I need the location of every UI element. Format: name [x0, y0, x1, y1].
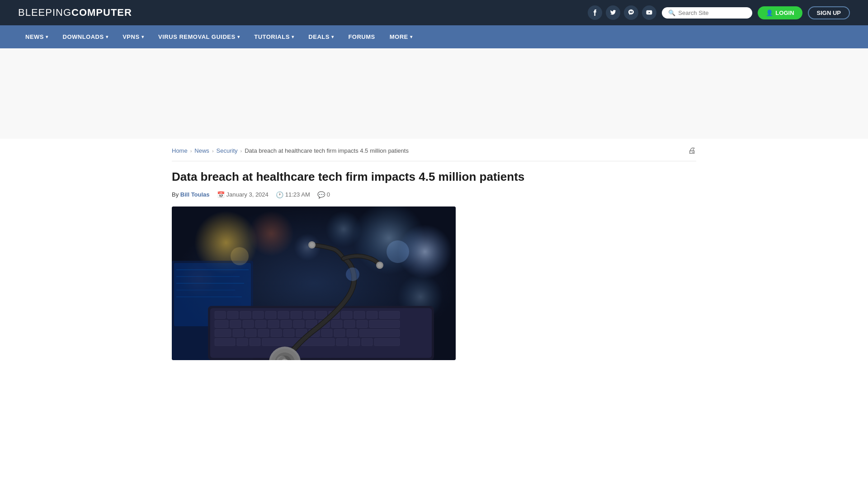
search-bar: 🔍 — [662, 7, 752, 19]
nav-item-virus-removal[interactable]: VIRUS REMOVAL GUIDES ▾ — [151, 25, 247, 48]
sidebar-column — [561, 161, 696, 360]
facebook-icon[interactable] — [588, 5, 602, 20]
article-image — [172, 206, 456, 360]
svg-rect-21 — [253, 311, 264, 319]
svg-rect-57 — [215, 338, 235, 346]
nav-more-caret: ▾ — [410, 34, 413, 39]
svg-point-5 — [326, 211, 362, 247]
svg-rect-46 — [233, 329, 244, 337]
signup-button[interactable]: SIGN UP — [808, 6, 850, 19]
svg-rect-62 — [349, 338, 360, 346]
svg-rect-31 — [379, 311, 400, 319]
svg-rect-26 — [316, 311, 327, 319]
svg-rect-22 — [265, 311, 276, 319]
print-icon[interactable]: 🖨 — [688, 146, 696, 155]
nav-news-caret: ▾ — [46, 34, 48, 39]
svg-rect-23 — [278, 311, 289, 319]
article-author-link[interactable]: Bill Toulas — [180, 191, 210, 198]
svg-rect-48 — [258, 329, 269, 337]
svg-rect-47 — [245, 329, 256, 337]
svg-rect-29 — [354, 311, 365, 319]
svg-point-68 — [377, 263, 382, 267]
breadcrumb-home[interactable]: Home — [172, 147, 188, 154]
breadcrumb-current: Data breach at healthcare tech firm impa… — [245, 147, 409, 154]
breadcrumb-sep-2: › — [212, 148, 214, 154]
mastodon-icon[interactable] — [624, 5, 638, 20]
nav-item-news[interactable]: NEWS ▾ — [18, 25, 56, 48]
ad-banner — [0, 48, 868, 139]
breadcrumb: Home › News › Security › Data breach at … — [172, 139, 696, 161]
site-logo[interactable]: BLEEPINGCOMPUTER — [18, 7, 132, 19]
search-icon: 🔍 — [668, 9, 675, 16]
content-wrapper: Home › News › Security › Data breach at … — [163, 139, 705, 360]
svg-rect-28 — [341, 311, 352, 319]
svg-point-2 — [249, 211, 294, 256]
nav-deals-caret: ▾ — [331, 34, 334, 39]
main-nav: NEWS ▾ DOWNLOADS ▾ VPNS ▾ VIRUS REMOVAL … — [0, 25, 868, 48]
nav-item-vpns[interactable]: VPNS ▾ — [115, 25, 151, 48]
svg-point-77 — [231, 247, 249, 265]
article-date: 📅 January 3, 2024 — [217, 191, 269, 198]
nav-item-more[interactable]: MORE ▾ — [382, 25, 420, 48]
svg-point-76 — [387, 240, 409, 263]
nav-virus-caret: ▾ — [237, 34, 240, 39]
svg-rect-45 — [215, 329, 231, 337]
social-icons — [588, 5, 656, 20]
article-image-container — [172, 206, 456, 360]
svg-rect-63 — [362, 338, 373, 346]
calendar-icon: 📅 — [217, 191, 225, 198]
svg-point-75 — [346, 267, 359, 281]
youtube-icon[interactable] — [642, 5, 656, 20]
svg-rect-30 — [367, 311, 377, 319]
breadcrumb-sep-1: › — [190, 148, 192, 154]
svg-rect-54 — [334, 329, 345, 337]
svg-rect-25 — [303, 311, 314, 319]
svg-rect-32 — [215, 320, 228, 328]
twitter-icon[interactable] — [606, 5, 620, 20]
svg-rect-56 — [359, 329, 400, 337]
nav-item-downloads[interactable]: DOWNLOADS ▾ — [56, 25, 116, 48]
svg-rect-36 — [268, 320, 279, 328]
svg-rect-41 — [331, 320, 342, 328]
svg-rect-19 — [227, 311, 238, 319]
svg-rect-59 — [250, 338, 260, 346]
article-author-label: By Bill Toulas — [172, 191, 210, 198]
svg-rect-64 — [374, 338, 400, 346]
breadcrumb-sep-3: › — [241, 148, 242, 154]
svg-rect-24 — [291, 311, 302, 319]
article-time: 🕐 11:23 AM — [276, 191, 310, 198]
nav-item-forums[interactable]: FORUMS — [341, 25, 382, 48]
svg-rect-50 — [283, 329, 294, 337]
svg-rect-20 — [240, 311, 251, 319]
header-right: 🔍 👤 LOGIN SIGN UP — [588, 5, 850, 20]
svg-rect-43 — [357, 320, 368, 328]
nav-downloads-caret: ▾ — [106, 34, 108, 39]
svg-rect-37 — [281, 320, 292, 328]
svg-rect-55 — [347, 329, 358, 337]
svg-rect-34 — [243, 320, 254, 328]
search-input[interactable] — [678, 9, 746, 16]
breadcrumb-security[interactable]: Security — [217, 147, 238, 154]
svg-rect-58 — [237, 338, 248, 346]
nav-item-tutorials[interactable]: TUTORIALS ▾ — [247, 25, 301, 48]
svg-rect-49 — [271, 329, 282, 337]
nav-vpns-caret: ▾ — [142, 34, 144, 39]
article-column: Data breach at healthcare tech firm impa… — [172, 161, 547, 360]
svg-rect-35 — [255, 320, 266, 328]
svg-rect-42 — [344, 320, 355, 328]
main-layout: Data breach at healthcare tech firm impa… — [172, 161, 696, 360]
login-button[interactable]: 👤 LOGIN — [758, 6, 802, 19]
svg-rect-61 — [336, 338, 347, 346]
breadcrumb-news[interactable]: News — [194, 147, 209, 154]
clock-icon: 🕐 — [276, 191, 283, 198]
nav-item-deals[interactable]: DEALS ▾ — [301, 25, 341, 48]
nav-tutorials-caret: ▾ — [292, 34, 294, 39]
article-meta: By Bill Toulas 📅 January 3, 2024 🕐 11:23… — [172, 191, 547, 198]
user-icon: 👤 — [766, 9, 773, 16]
article-comments[interactable]: 💬 0 — [317, 191, 330, 198]
svg-rect-53 — [321, 329, 332, 337]
article-title: Data breach at healthcare tech firm impa… — [172, 169, 547, 185]
svg-rect-33 — [230, 320, 241, 328]
svg-rect-18 — [215, 311, 226, 319]
comment-icon: 💬 — [317, 191, 325, 198]
